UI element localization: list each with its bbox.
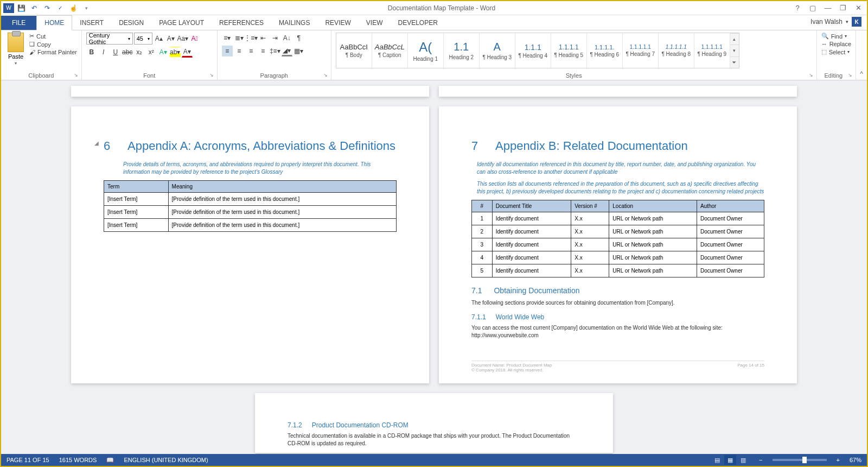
- proofing-icon[interactable]: 📖: [106, 457, 114, 464]
- print-layout-button[interactable]: ▦: [724, 455, 736, 465]
- style-body[interactable]: AaBbCcI¶ Body: [336, 33, 372, 68]
- tab-view[interactable]: VIEW: [359, 16, 391, 30]
- zoom-out-button[interactable]: −: [759, 457, 762, 463]
- font-color-button[interactable]: A▾: [182, 47, 193, 58]
- numbering-button[interactable]: ≣▾: [234, 33, 245, 43]
- multilevel-button[interactable]: ⋮≡▾: [246, 33, 257, 43]
- style-caption[interactable]: AaBbCcL¶ Caption: [372, 33, 408, 68]
- tab-file[interactable]: FILE: [1, 16, 36, 30]
- text-effects-button[interactable]: A▾: [158, 47, 169, 58]
- tab-page-layout[interactable]: PAGE LAYOUT: [151, 16, 212, 30]
- style-heading8[interactable]: 1.1.1.1.1¶ Heading 8: [659, 33, 694, 68]
- style-heading1[interactable]: A(Heading 1: [408, 33, 444, 68]
- line-spacing-button[interactable]: ‡≡▾: [270, 46, 280, 56]
- table-row[interactable]: 5Identify documentX.xURL or Network path…: [472, 264, 764, 277]
- web-layout-button[interactable]: ▥: [737, 455, 749, 465]
- page-next[interactable]: 7.1.2Product Documentation CD-ROM Techni…: [255, 393, 613, 453]
- paste-button[interactable]: Paste ▾: [5, 33, 26, 66]
- tab-home[interactable]: HOME: [36, 15, 72, 30]
- zoom-in-button[interactable]: +: [837, 457, 840, 463]
- tab-review[interactable]: REVIEW: [317, 16, 358, 30]
- close-icon[interactable]: ✕: [852, 3, 865, 14]
- spelling-icon[interactable]: ✓: [54, 3, 66, 14]
- tab-design[interactable]: DESIGN: [111, 16, 151, 30]
- styles-scroll[interactable]: ▴▾⏷: [730, 33, 739, 68]
- copy-button[interactable]: ❏Copy: [29, 41, 77, 48]
- subscript-button[interactable]: x₂: [134, 47, 145, 58]
- highlight-button[interactable]: ab▾: [170, 47, 181, 58]
- find-button[interactable]: 🔍Find▾: [821, 33, 851, 40]
- restore-icon[interactable]: ❐: [837, 3, 850, 14]
- cut-button[interactable]: ✂Cut: [29, 33, 77, 40]
- status-page[interactable]: PAGE 11 OF 15: [7, 457, 49, 463]
- status-language[interactable]: ENGLISH (UNITED KINGDOM): [124, 457, 208, 463]
- style-heading9[interactable]: 1.1.1.1.1¶ Heading 9: [694, 33, 730, 68]
- tab-references[interactable]: REFERENCES: [212, 16, 271, 30]
- align-right-button[interactable]: ≡: [246, 46, 257, 56]
- borders-button[interactable]: ▦▾: [293, 46, 304, 56]
- align-left-button[interactable]: ≡: [222, 46, 233, 56]
- font-name-combo[interactable]: Century Gothic▾: [86, 33, 133, 45]
- page-right[interactable]: 7Appendix B: Related Documentation Ident…: [439, 106, 797, 383]
- qat-more-icon[interactable]: ▾: [80, 3, 92, 14]
- format-painter-button[interactable]: 🖌Format Painter: [29, 49, 77, 55]
- zoom-level[interactable]: 67%: [850, 457, 861, 463]
- style-heading6[interactable]: 1.1.1.1.¶ Heading 6: [587, 33, 623, 68]
- change-case-button[interactable]: Aa▾: [177, 33, 188, 44]
- style-heading4[interactable]: 1.1.1¶ Heading 4: [515, 33, 551, 68]
- bullets-button[interactable]: ≡▾: [222, 33, 233, 43]
- help-icon[interactable]: ?: [791, 3, 804, 14]
- show-marks-button[interactable]: ¶: [293, 33, 304, 43]
- shrink-font-button[interactable]: A▾: [165, 33, 176, 44]
- tab-insert[interactable]: INSERT: [72, 16, 111, 30]
- italic-button[interactable]: I: [98, 47, 109, 58]
- collapse-ribbon-button[interactable]: ^: [856, 30, 867, 80]
- increase-indent-button[interactable]: ⇥: [270, 33, 280, 43]
- align-center-button[interactable]: ≡: [234, 46, 245, 56]
- read-mode-button[interactable]: ▤: [711, 455, 723, 465]
- shading-button[interactable]: ◢▾: [282, 46, 292, 56]
- table-row[interactable]: [Insert Term][Provide definition of the …: [104, 219, 397, 232]
- replace-button[interactable]: ↔Replace: [821, 41, 851, 47]
- table-row[interactable]: 2Identify documentX.xURL or Network path…: [472, 225, 764, 238]
- styles-gallery[interactable]: AaBbCcI¶ Body AaBbCcL¶ Caption A(Heading…: [336, 33, 739, 68]
- redo-icon[interactable]: ↷: [41, 3, 53, 14]
- account-menu[interactable]: Ivan Walsh ▾ K: [805, 14, 867, 30]
- decrease-indent-button[interactable]: ⇤: [258, 33, 269, 43]
- sort-button[interactable]: A↓: [282, 33, 292, 43]
- touch-mode-icon[interactable]: ☝: [67, 3, 79, 14]
- ribbon-display-icon[interactable]: ▢: [806, 3, 819, 14]
- superscript-button[interactable]: x²: [146, 47, 157, 58]
- paste-icon: [8, 33, 24, 52]
- grow-font-button[interactable]: A▴: [154, 33, 164, 44]
- bold-button[interactable]: B: [86, 47, 97, 58]
- clear-formatting-button[interactable]: A⃠: [189, 33, 200, 44]
- tab-developer[interactable]: DEVELOPER: [390, 16, 445, 30]
- tab-mailings[interactable]: MAILINGS: [271, 16, 317, 30]
- table-row[interactable]: [Insert Term][Provide definition of the …: [104, 206, 397, 219]
- zoom-slider[interactable]: [773, 459, 827, 461]
- undo-icon[interactable]: ↶: [28, 3, 40, 14]
- style-heading2[interactable]: 1.1Heading 2: [444, 33, 480, 68]
- related-docs-table[interactable]: # Document Title Version # Location Auth…: [471, 200, 764, 277]
- minimize-icon[interactable]: —: [821, 3, 834, 14]
- page-left[interactable]: ◢ 6Appendix A: Acronyms, Abbreviations &…: [71, 106, 429, 383]
- style-heading5[interactable]: 1.1.1.1¶ Heading 5: [551, 33, 587, 68]
- strikethrough-button[interactable]: abc: [122, 47, 133, 58]
- body-text: Technical documentation is available in …: [288, 432, 580, 447]
- justify-button[interactable]: ≡: [258, 46, 269, 56]
- table-row[interactable]: 4Identify documentX.xURL or Network path…: [472, 251, 764, 264]
- style-heading3[interactable]: A¶ Heading 3: [480, 33, 515, 68]
- status-words[interactable]: 1615 WORDS: [59, 457, 97, 463]
- terms-table[interactable]: TermMeaning [Insert Term][Provide defini…: [104, 180, 397, 232]
- save-icon[interactable]: 💾: [15, 3, 27, 14]
- table-row[interactable]: [Insert Term][Provide definition of the …: [104, 193, 397, 206]
- document-area[interactable]: ◢ 6Appendix A: Acronyms, Abbreviations &…: [1, 80, 867, 454]
- style-heading7[interactable]: 1.1.1.1.1¶ Heading 7: [623, 33, 659, 68]
- select-button[interactable]: ⬚Select▾: [821, 48, 851, 55]
- table-row[interactable]: 3Identify documentX.xURL or Network path…: [472, 238, 764, 251]
- font-size-combo[interactable]: 45▾: [134, 33, 152, 45]
- underline-button[interactable]: U: [110, 47, 121, 58]
- collapse-heading-icon[interactable]: ◢: [94, 140, 99, 146]
- table-row[interactable]: 1Identify documentX.xURL or Network path…: [472, 212, 764, 225]
